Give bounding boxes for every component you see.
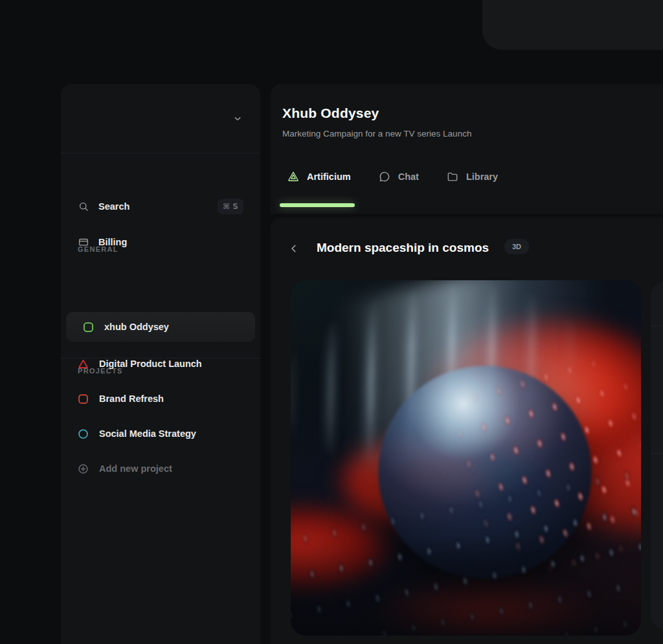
- tab-label: Library: [466, 172, 498, 182]
- project-label: xhub Oddysey: [104, 322, 169, 332]
- artwork-vignette: [291, 280, 641, 636]
- sidebar-item-billing[interactable]: Billing: [78, 233, 243, 251]
- active-tab-indicator: [280, 203, 355, 207]
- folder-icon: [446, 170, 459, 183]
- tab-bar: Artificium Chat Library: [287, 170, 498, 183]
- generated-artwork-image[interactable]: [291, 280, 641, 636]
- sidebar-project-xhub-oddysey[interactable]: xhub Oddysey: [83, 319, 249, 335]
- artificium-content-panel: Modern spaceship in cosmos 3D: [271, 217, 663, 644]
- tab-label: Chat: [398, 172, 419, 182]
- tab-chat[interactable]: Chat: [378, 170, 419, 183]
- add-project-label: Add new project: [99, 463, 172, 474]
- tab-library[interactable]: Library: [446, 170, 498, 183]
- page-subtitle: Marketing Campaign for a new TV series L…: [282, 129, 471, 139]
- rounded-square-icon: [78, 394, 89, 405]
- page-title: Xhub Oddysey: [282, 105, 379, 121]
- back-chevron-icon[interactable]: [287, 242, 300, 255]
- credit-card-icon: [78, 236, 89, 248]
- sidebar-item-label: Billing: [98, 237, 127, 247]
- card-divider: [651, 453, 663, 454]
- 3d-badge: 3D: [504, 239, 529, 254]
- card-divider: [651, 326, 663, 326]
- sidebar-item-search[interactable]: Search ⌘ S: [78, 197, 243, 216]
- prompt-heading: Modern spaceship in cosmos: [317, 241, 489, 255]
- sidebar-project-social-media-strategy[interactable]: Social Media Strategy: [78, 426, 243, 441]
- rounded-square-icon: [83, 322, 94, 333]
- plus-circle-icon: [78, 463, 89, 474]
- search-shortcut-badge: ⌘ S: [218, 199, 243, 214]
- chat-bubble-icon: [378, 170, 391, 183]
- background-card-decor: [482, 0, 663, 50]
- chevron-down-icon[interactable]: [232, 113, 243, 124]
- search-icon: [78, 201, 89, 212]
- tab-label: Artificium: [307, 172, 351, 182]
- sidebar-item-label: Search: [98, 201, 129, 212]
- artificium-logo-icon: [287, 170, 300, 183]
- project-label: Social Media Strategy: [99, 428, 196, 439]
- add-new-project-button[interactable]: Add new project: [78, 461, 243, 476]
- rounded-triangle-icon: [78, 359, 89, 370]
- project-header-panel: Xhub Oddysey Marketing Campaign for a ne…: [271, 84, 663, 214]
- next-result-card[interactable]: [651, 282, 663, 628]
- sidebar-project-brand-refresh[interactable]: Brand Refresh: [78, 391, 243, 406]
- sidebar: GENERAL Search ⌘ S Billing PROJECTS xhub…: [61, 84, 260, 644]
- sidebar-project-digital-product-launch[interactable]: Digital Product Launch: [78, 356, 243, 372]
- project-label: Brand Refresh: [99, 394, 164, 404]
- project-label: Digital Product Launch: [99, 359, 202, 369]
- tab-artificium[interactable]: Artificium: [287, 170, 351, 183]
- circle-icon: [78, 428, 89, 439]
- workspace-selector[interactable]: [61, 84, 260, 153]
